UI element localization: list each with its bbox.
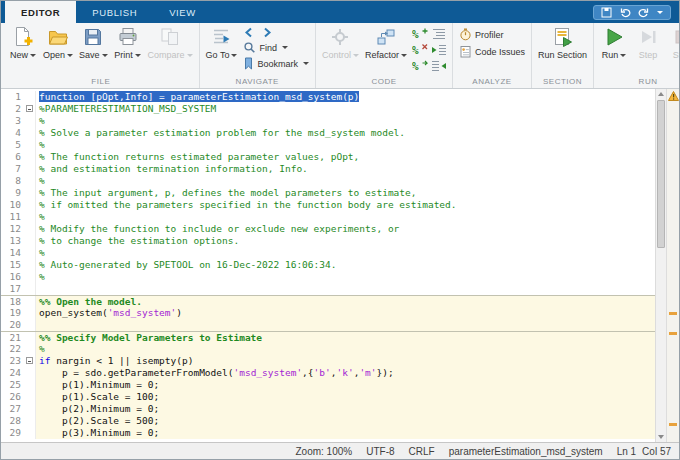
code-line-15[interactable]: 15% Auto-generated by SPETOOL on 16-Dec-… — [1, 259, 655, 271]
indent-left-button[interactable] — [430, 58, 448, 73]
fold-marker[interactable] — [25, 355, 36, 367]
code-line-21[interactable]: 21%% Specify Model Parameters to Estimat… — [1, 331, 655, 343]
code-line-24[interactable]: 24 p = sdo.getParameterFromModel('msd_sy… — [1, 367, 655, 379]
code-text[interactable]: p(2).Minimum = 0; — [36, 403, 655, 415]
code-text[interactable]: p(3).Minimum = 0; — [36, 427, 655, 439]
code-text[interactable]: %% Open the model. — [36, 296, 655, 307]
code-line-1[interactable]: 1function [pOpt,Info] = parameterEstimat… — [1, 91, 655, 103]
run-button[interactable]: Run — [598, 23, 630, 60]
code-text[interactable]: % — [36, 247, 655, 259]
line-number[interactable]: 14 — [1, 247, 25, 259]
line-number[interactable]: 15 — [1, 259, 25, 271]
code-line-25[interactable]: 25 p(1).Minimum = 0; — [1, 379, 655, 391]
navigate-forward-button[interactable] — [261, 27, 273, 38]
fold-marker[interactable] — [25, 103, 36, 115]
status-encoding[interactable]: UTF-8 — [366, 446, 394, 457]
profiler-button[interactable]: Profiler — [457, 27, 527, 42]
code-text[interactable]: % Auto-generated by SPETOOL on 16-Dec-20… — [36, 259, 655, 271]
code-text[interactable]: % — [36, 211, 655, 223]
code-line-8[interactable]: 8% — [1, 175, 655, 187]
refactor-button[interactable]: Refactor — [363, 23, 409, 60]
tab-editor[interactable]: EDITOR — [5, 1, 76, 23]
code-line-19[interactable]: 19open_system('msd_system') — [1, 307, 655, 319]
code-line-17[interactable]: 17 — [1, 283, 655, 295]
quick-access-dropdown-icon[interactable] — [657, 11, 663, 14]
line-number[interactable]: 2 — [1, 103, 25, 115]
line-number[interactable]: 5 — [1, 139, 25, 151]
code-line-4[interactable]: 4% Solve a parameter estimation problem … — [1, 127, 655, 139]
code-line-7[interactable]: 7% and estimation termination informatio… — [1, 163, 655, 175]
scroll-down-icon[interactable] — [656, 432, 666, 442]
code-text[interactable]: open_system('msd_system') — [36, 307, 655, 319]
compare-button[interactable]: Compare — [146, 23, 195, 60]
code-line-6[interactable]: 6% The function returns estimated parame… — [1, 151, 655, 163]
line-number[interactable]: 3 — [1, 115, 25, 127]
code-text[interactable]: % The function returns estimated paramet… — [36, 151, 655, 163]
code-issues-button[interactable]: Code Issues — [457, 44, 527, 59]
scroll-up-icon[interactable] — [656, 89, 666, 99]
code-text[interactable]: % Solve a parameter estimation problem f… — [36, 127, 655, 139]
code-text[interactable]: % The input argument, p, defines the mod… — [36, 187, 655, 199]
line-number[interactable]: 10 — [1, 199, 25, 211]
line-number[interactable]: 8 — [1, 175, 25, 187]
code-text[interactable]: % — [36, 175, 655, 187]
wrap-comments-button[interactable]: % — [411, 58, 429, 73]
code-line-26[interactable]: 26 p(1).Scale = 100; — [1, 391, 655, 403]
line-number[interactable]: 9 — [1, 187, 25, 199]
line-number[interactable]: 25 — [1, 379, 25, 391]
line-number[interactable]: 13 — [1, 235, 25, 247]
comment-button[interactable]: % — [411, 26, 429, 41]
code-line-2[interactable]: 2%PARAMETERESTIMATION_MSD_SYSTEM — [1, 103, 655, 115]
code-text[interactable]: p(1).Scale = 100; — [36, 391, 655, 403]
code-line-27[interactable]: 27 p(2).Minimum = 0; — [1, 403, 655, 415]
find-button[interactable]: Find — [241, 40, 311, 55]
tab-publish[interactable]: PUBLISH — [76, 1, 153, 23]
line-number[interactable]: 24 — [1, 367, 25, 379]
line-number[interactable]: 16 — [1, 271, 25, 283]
quick-access-undo-icon[interactable] — [619, 7, 631, 18]
code-text[interactable]: % — [36, 271, 655, 283]
warning-tick[interactable] — [669, 332, 677, 335]
line-number[interactable]: 7 — [1, 163, 25, 175]
warning-tick[interactable] — [669, 423, 677, 426]
code-line-12[interactable]: 12% Modify the function to include or ex… — [1, 223, 655, 235]
quick-access-redo-icon[interactable] — [638, 7, 650, 18]
code-line-11[interactable]: 11% — [1, 211, 655, 223]
new-button[interactable]: New — [7, 23, 39, 60]
code-text[interactable]: %PARAMETERESTIMATION_MSD_SYSTEM — [36, 103, 655, 115]
code-line-16[interactable]: 16% — [1, 271, 655, 283]
line-number[interactable]: 26 — [1, 391, 25, 403]
code-text[interactable]: % — [36, 343, 655, 355]
line-number[interactable]: 11 — [1, 211, 25, 223]
code-text[interactable]: % to change the estimation options. — [36, 235, 655, 247]
line-number[interactable]: 19 — [1, 307, 25, 319]
line-number[interactable]: 6 — [1, 151, 25, 163]
line-number[interactable]: 18 — [1, 296, 25, 307]
line-number[interactable]: 20 — [1, 319, 25, 331]
code-text[interactable]: p = sdo.getParameterFromModel('msd_syste… — [36, 367, 655, 379]
line-number[interactable]: 12 — [1, 223, 25, 235]
open-button[interactable]: Open — [41, 23, 75, 60]
line-number[interactable]: 27 — [1, 403, 25, 415]
code-text[interactable] — [36, 319, 655, 331]
line-number[interactable]: 21 — [1, 332, 25, 343]
code-line-10[interactable]: 10% if omitted the parameters specified … — [1, 199, 655, 211]
line-number[interactable]: 17 — [1, 283, 25, 295]
indent-right-button[interactable] — [430, 42, 448, 57]
code-line-14[interactable]: 14% — [1, 247, 655, 259]
code-text[interactable]: p(1).Minimum = 0; — [36, 379, 655, 391]
code-analyzer-warning-icon[interactable] — [667, 91, 679, 101]
code-line-29[interactable]: 29 p(3).Minimum = 0; — [1, 427, 655, 439]
code-line-9[interactable]: 9% The input argument, p, defines the mo… — [1, 187, 655, 199]
code-text[interactable]: function [pOpt,Info] = parameterEstimati… — [36, 91, 655, 103]
line-number[interactable]: 29 — [1, 427, 25, 439]
warning-tick[interactable] — [669, 312, 677, 315]
smart-indent-button[interactable] — [430, 26, 448, 41]
tab-view[interactable]: VIEW — [153, 1, 212, 23]
code-line-3[interactable]: 3% — [1, 115, 655, 127]
code-line-28[interactable]: 28 p(2).Scale = 500; — [1, 415, 655, 427]
goto-button[interactable]: Go To — [204, 23, 240, 60]
code-text[interactable] — [36, 283, 655, 295]
status-eol[interactable]: CRLF — [409, 446, 435, 457]
code-line-13[interactable]: 13% to change the estimation options. — [1, 235, 655, 247]
